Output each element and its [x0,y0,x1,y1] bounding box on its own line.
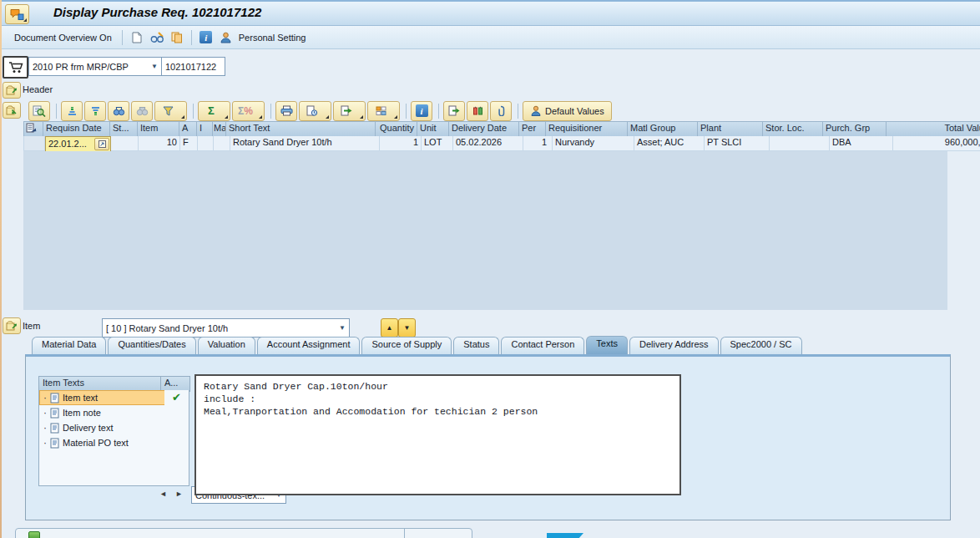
table-row: 22.01.2... 10 F Rotary Sand Dryer 10t/h … [23,136,980,152]
requisn-date-cell[interactable]: 22.01.2... [45,136,111,152]
col-matl-group[interactable]: Matl Group [628,121,698,137]
text-type-label: Material PO text [63,438,129,448]
col-per[interactable]: Per [519,121,546,137]
transaction-menu-button[interactable] [5,4,29,24]
col-quantity[interactable]: Quantity [376,121,417,137]
quantity-cell[interactable]: 1 [380,136,422,151]
text-editor[interactable]: Rotary Sand Dryer Cap.10ton/hour include… [194,374,681,495]
find-icon[interactable] [108,101,129,121]
short-text-cell[interactable]: Rotary Sand Dryer 10t/h [230,136,380,151]
tab-source-of-supply[interactable]: Source of Supply [361,337,452,355]
export-icon[interactable] [333,101,366,121]
sort-descending-icon[interactable] [84,101,106,121]
col-plant[interactable]: Plant [698,121,763,137]
copy-icon[interactable] [167,28,187,47]
col-status[interactable]: St... [110,121,138,137]
text-type-material-po-text[interactable]: · Material PO text [39,435,165,450]
ma-cell[interactable] [214,136,230,151]
col-short-text[interactable]: Short Text [226,121,376,137]
shopping-cart-button[interactable] [3,56,28,79]
i-cell[interactable] [198,136,214,151]
scroll-left-button[interactable]: ◄ [157,487,169,500]
create-icon[interactable] [127,28,147,47]
document-type-value: 2010 PR frm MRP/CBP [33,62,129,72]
text-type-label: Delivery text [63,423,114,433]
unit-cell[interactable]: LOT [422,136,453,151]
print-preview-icon[interactable] [299,101,331,121]
col-total-value[interactable]: Total Value [887,121,980,137]
sort-ascending-icon[interactable] [61,101,83,121]
next-item-button[interactable]: ▼ [398,318,416,338]
item-expand-button[interactable] [3,317,21,334]
per-cell[interactable]: 1 [523,136,553,151]
document-number-value: 1021017122 [165,62,216,72]
col-a[interactable]: A [179,121,197,137]
toolbar-separator [56,104,57,119]
item-select[interactable]: [ 10 ] Rotary Sand Dryer 10t/h ▼ [102,318,350,338]
filter-icon[interactable] [154,101,187,121]
item-cell[interactable]: 10 [139,136,180,151]
item-table-header-row: Requisn Date St... Item A I Ma Short Tex… [23,121,980,137]
text-type-item-note[interactable]: · Item note [39,405,165,420]
header-expand-button[interactable] [3,82,21,99]
previous-item-button[interactable]: ▲ [381,318,398,338]
tab-spec2000-sc[interactable]: Spec2000 / SC [720,337,802,355]
col-ma[interactable]: Ma [213,121,226,137]
purch-grp-cell[interactable]: DBA [830,136,893,151]
sum-icon[interactable]: Σ [198,101,230,121]
personal-setting-icon[interactable] [216,28,236,47]
requisitioner-cell[interactable]: Nurvandy [553,136,634,151]
tab-delivery-address[interactable]: Delivery Address [629,337,719,355]
document-number-field[interactable]: 1021017122 [161,57,225,76]
print-icon[interactable] [275,101,297,121]
document-overview-button[interactable]: Document Overview On [8,29,118,46]
scroll-right-button[interactable]: ► [173,487,185,500]
copy-document-icon[interactable] [443,101,465,121]
a-cell[interactable]: F [180,136,198,151]
tab-material-data[interactable]: Material Data [32,337,106,355]
tab-contact-person[interactable]: Contact Person [501,337,584,355]
attachment-icon[interactable] [490,101,512,121]
grid-collapse-button[interactable] [3,102,21,119]
details-icon[interactable] [28,101,50,121]
tab-account-assignment[interactable]: Account Assignment [257,337,361,355]
find-next-icon[interactable] [131,101,153,121]
status-cell[interactable] [111,136,139,151]
document-icon [50,423,59,434]
col-purch-grp[interactable]: Purch. Grp [823,121,887,137]
col-delivery-date[interactable]: Delivery Date [449,121,519,137]
row-selector-header[interactable] [23,121,43,137]
versions-icon[interactable] [467,101,488,121]
col-stor-loc[interactable]: Stor. Loc. [763,121,823,137]
info-icon[interactable]: i [196,28,216,47]
personal-setting-button[interactable]: Personal Setting [236,29,312,46]
requisn-date-value: 22.01.2... [48,139,87,150]
total-value-cell[interactable]: 960,000,000 [893,136,980,151]
info-icon[interactable]: i [411,101,432,121]
tab-status[interactable]: Status [453,337,499,355]
date-detail-button[interactable] [94,138,109,150]
stor-loc-cell[interactable] [770,136,830,151]
matl-group-cell[interactable]: Asset; AUC [634,136,705,151]
col-i[interactable]: I [197,121,213,137]
default-values-button[interactable]: Default Values [523,101,612,121]
col-requisitioner[interactable]: Requisitioner [546,121,628,137]
delivery-date-cell[interactable]: 05.02.2026 [453,136,523,151]
row-selector-cell[interactable] [23,136,45,151]
col-unit[interactable]: Unit [417,121,449,137]
check-icon: ✔ [164,390,189,405]
panel-divider [404,529,405,538]
subtotal-icon[interactable]: Σ% [232,101,265,121]
display-change-icon[interactable] [147,28,167,47]
tab-texts[interactable]: Texts [586,336,628,355]
col-requisn-date[interactable]: Requisn Date [43,121,110,137]
text-type-item-text[interactable]: · Item text [39,390,165,405]
col-item[interactable]: Item [138,121,179,137]
text-type-delivery-text[interactable]: · Delivery text [39,420,165,435]
layout-icon[interactable] [367,101,400,121]
text-type-label: Item text [63,393,98,403]
tab-valuation[interactable]: Valuation [198,337,255,355]
tab-quantities-dates[interactable]: Quantities/Dates [108,337,195,355]
plant-cell[interactable]: PT SLCI [705,136,770,151]
document-type-select[interactable]: 2010 PR frm MRP/CBP ▼ [28,57,162,76]
